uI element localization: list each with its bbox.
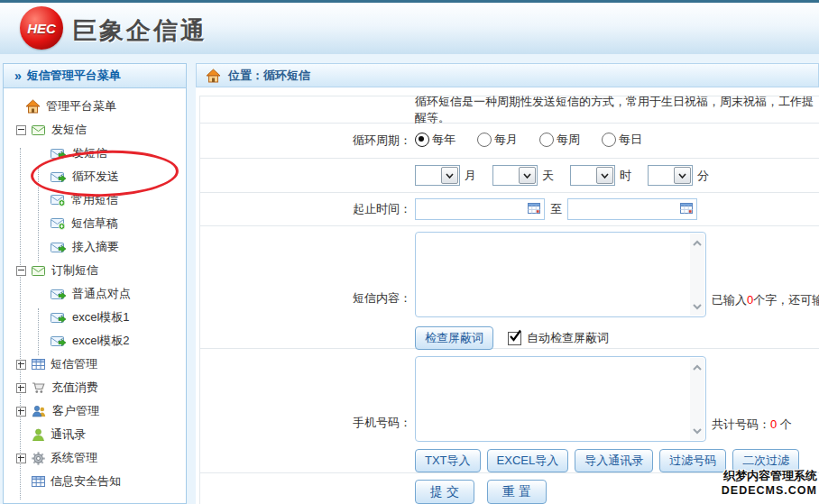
sidebar-item[interactable]: 短信管理 <box>4 353 186 376</box>
sidebar-item-label: 短信草稿 <box>71 215 118 232</box>
time-unit-label: 时 <box>620 168 631 184</box>
sidebar-item[interactable]: 普通点对点 <box>4 282 186 306</box>
cycle-radio-label: 每日 <box>619 132 642 148</box>
cycle-period-options: 每年每月每周每日 <box>415 132 664 150</box>
double-chevron-icon: » <box>14 69 22 83</box>
envelope-icon <box>32 265 46 277</box>
envelope-arrow-icon <box>51 148 67 160</box>
sidebar-item-label: 常用短信 <box>71 192 118 208</box>
sidebar-item[interactable]: 发短信 <box>4 142 186 165</box>
sidebar-item[interactable]: 循环发送 <box>4 165 186 188</box>
txt-import-button[interactable]: TXT导入 <box>415 449 481 472</box>
reset-button[interactable]: 重 置 <box>487 480 547 504</box>
users-icon <box>32 405 47 417</box>
time-select-3[interactable] <box>570 165 615 186</box>
sidebar-item[interactable]: 通讯录 <box>4 423 186 446</box>
sidebar-panel: » 短信管理平台菜单 管理平台菜单发短信发短信循环发送常用短信短信草稿接入摘要订… <box>3 63 187 504</box>
scroll-down-icon[interactable] <box>692 299 703 313</box>
sidebar-item[interactable]: 系统管理 <box>4 446 186 470</box>
submit-button[interactable]: 提 交 <box>415 480 474 504</box>
main-panel: 位置：循环短信 循环短信是一种周期性发送短信的方式，常用于生日祝福，周末祝福，工… <box>196 63 819 504</box>
cycle-radio-label: 每周 <box>557 132 580 148</box>
radio-icon[interactable] <box>477 133 492 147</box>
checkmark-icon <box>509 329 522 343</box>
end-date-input[interactable] <box>567 198 697 220</box>
sms-content-row: 短信内容： 已输入0个字，还可输入 检查屏蔽词 自动检查屏蔽词 <box>200 226 819 349</box>
envelope-icon <box>32 124 46 136</box>
table-icon <box>32 359 45 370</box>
radio-selected-icon[interactable] <box>415 133 429 147</box>
sidebar-item[interactable]: 发短信 <box>4 118 186 142</box>
textarea-scrollbar[interactable] <box>690 234 704 316</box>
scroll-up-icon[interactable] <box>692 361 703 374</box>
phone-total-counter: 共计号码：0 个 <box>712 417 792 442</box>
sidebar-item[interactable]: 信息安全告知 <box>4 470 186 493</box>
sidebar-item[interactable]: 客户管理 <box>4 399 186 423</box>
sidebar-item[interactable]: 订制短信 <box>4 259 186 282</box>
sidebar-item[interactable]: 充值消费 <box>4 376 186 399</box>
hec-logo-icon: HEC <box>20 6 63 50</box>
cycle-radio-3[interactable]: 每周 <box>539 132 580 148</box>
tree-minus-icon[interactable] <box>16 125 26 135</box>
select-arrow-icon[interactable] <box>674 167 691 184</box>
calendar-icon[interactable] <box>528 202 540 216</box>
scroll-down-icon[interactable] <box>692 424 703 437</box>
excel-import-button[interactable]: EXCEL导入 <box>487 449 569 472</box>
time-select-4[interactable] <box>648 165 693 186</box>
person-icon <box>32 428 45 441</box>
sidebar-item-label: 循环发送 <box>72 169 119 185</box>
phone-numbers-textarea[interactable] <box>415 356 706 442</box>
sidebar-item[interactable]: 短信草稿 <box>4 212 186 235</box>
dedecms-watermark: 织梦内容管理系统 DEDECMS.COM <box>722 469 817 498</box>
radio-icon[interactable] <box>539 133 554 147</box>
phone-numbers-label: 手机号码： <box>200 415 411 442</box>
sms-content-textarea[interactable] <box>415 232 706 317</box>
tree-minus-icon[interactable] <box>16 266 26 276</box>
app-header: HEC 巨象企信通 <box>0 3 819 54</box>
app-title: 巨象企信通 <box>72 14 207 47</box>
auto-check-checkbox[interactable] <box>508 332 521 345</box>
sidebar-title: » 短信管理平台菜单 <box>4 64 186 88</box>
sidebar-item[interactable]: 接入摘要 <box>4 235 186 259</box>
cycle-radio-4[interactable]: 每日 <box>602 132 642 148</box>
cycle-radio-1[interactable]: 每年 <box>415 132 456 148</box>
sidebar-item-label: 发短信 <box>72 145 107 161</box>
sidebar-tree: 管理平台菜单发短信发短信循环发送常用短信短信草稿接入摘要订制短信普通点对点exc… <box>4 88 186 493</box>
check-blocked-words-button[interactable]: 检查屏蔽词 <box>415 326 493 350</box>
cycle-period-row: 循环周期： 每年每月每周每日 <box>200 124 819 159</box>
time-select-2[interactable] <box>492 165 538 186</box>
select-arrow-icon[interactable] <box>596 167 613 184</box>
tree-plus-icon[interactable] <box>16 360 26 370</box>
calendar-icon[interactable] <box>680 202 693 216</box>
envelope-arrow-icon <box>51 335 67 347</box>
tree-plus-icon[interactable] <box>16 454 26 463</box>
intro-text: 循环短信是一种周期性发送短信的方式，常用于生日祝福，周末祝福，工作提醒等。 <box>415 94 819 126</box>
sidebar-item[interactable]: 常用短信 <box>4 188 186 212</box>
time-selects: 月天时分 <box>415 165 725 186</box>
filter-numbers-button[interactable]: 过滤号码 <box>659 449 726 472</box>
select-arrow-icon[interactable] <box>441 167 458 184</box>
import-contacts-button[interactable]: 导入通讯录 <box>575 449 653 472</box>
cycle-radio-2[interactable]: 每月 <box>477 132 518 148</box>
select-arrow-icon[interactable] <box>519 167 536 184</box>
start-date-input[interactable] <box>415 198 545 220</box>
table-icon <box>32 476 45 487</box>
sidebar-item-label: 短信管理 <box>51 356 97 372</box>
tree-plus-icon[interactable] <box>16 383 26 393</box>
envelope-plus-icon <box>51 217 66 230</box>
textarea-scrollbar[interactable] <box>690 358 704 440</box>
breadcrumb-label: 位置：循环短信 <box>228 68 310 84</box>
sidebar-item-label: 管理平台菜单 <box>46 98 116 115</box>
cycle-period-label: 循环周期： <box>200 133 411 149</box>
tree-plus-icon[interactable] <box>16 407 26 417</box>
auto-check-label: 自动检查屏蔽词 <box>527 330 609 346</box>
home-icon <box>206 69 221 83</box>
scroll-up-icon[interactable] <box>692 236 703 250</box>
sidebar-item[interactable]: excel模板1 <box>4 306 186 329</box>
sidebar-item[interactable]: excel模板2 <box>4 329 186 353</box>
gear-icon <box>32 452 45 465</box>
sidebar-item-label: 充值消费 <box>51 380 98 396</box>
sidebar-item[interactable]: 管理平台菜单 <box>4 95 186 118</box>
time-select-1[interactable] <box>415 165 460 186</box>
radio-icon[interactable] <box>602 133 616 147</box>
